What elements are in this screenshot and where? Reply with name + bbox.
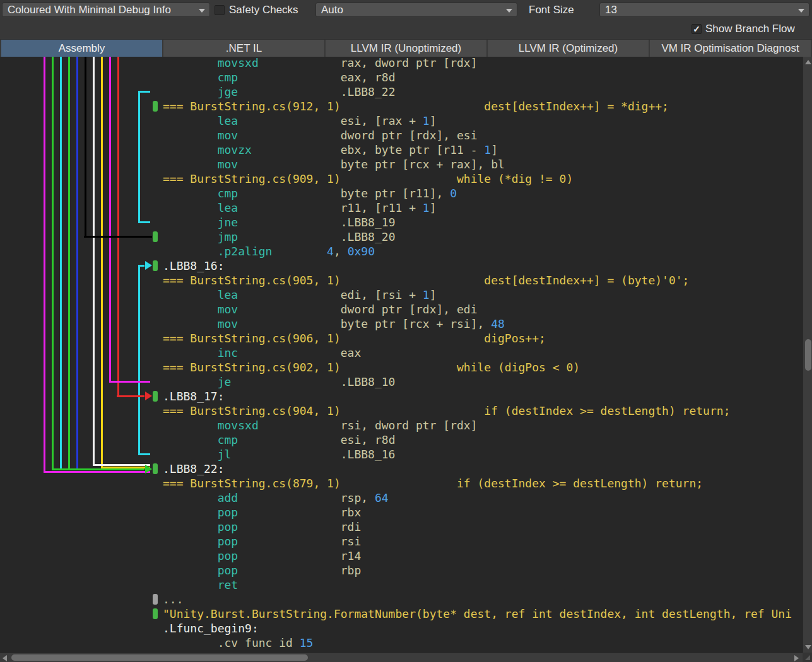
line-marker — [153, 101, 158, 112]
scroll-down-icon[interactable] — [805, 645, 811, 649]
vertical-scrollbar[interactable] — [803, 57, 812, 653]
font-size-label: Font Size — [529, 4, 574, 16]
scroll-up-icon[interactable] — [805, 60, 811, 64]
safety-checks-dropdown-value: Auto — [321, 4, 343, 16]
toolbar-row-2: Focus on Code Expand All ✓ Show Branch F… — [0, 20, 812, 39]
line-markers — [0, 57, 803, 653]
line-marker — [153, 231, 158, 242]
line-marker — [153, 391, 158, 402]
horizontal-scrollbar[interactable] — [0, 653, 803, 662]
font-size-dropdown-value: 13 — [605, 4, 617, 16]
safety-checks-checkbox[interactable] — [215, 5, 225, 15]
safety-checks-label: Safety Checks — [229, 4, 298, 16]
chevron-down-icon — [506, 9, 512, 13]
vertical-scroll-thumb[interactable] — [805, 339, 811, 371]
debug-info-dropdown[interactable]: Coloured With Minimal Debug Info — [2, 3, 210, 17]
tab-llvm-ir-unoptimized[interactable]: LLVM IR (Unoptimized) — [326, 40, 486, 57]
line-marker — [153, 594, 158, 605]
tab-llvm-ir-optimized[interactable]: LLVM IR (Optimized) — [488, 40, 649, 57]
show-branch-flow-label: Show Branch Flow — [705, 23, 795, 35]
burst-inspector-window: Coloured With Minimal Debug Info Safety … — [0, 0, 812, 662]
assembly-view[interactable]: movsxd rax, dword ptr [rdx] cmp eax, r8d… — [0, 57, 803, 653]
line-marker — [153, 463, 158, 474]
tab-vm-ir-optimisation-diagnost[interactable]: VM IR Optimisation Diagnost — [650, 40, 811, 57]
toolbar-row-1: Coloured With Minimal Debug Info Safety … — [0, 0, 812, 20]
resize-grip-icon — [805, 655, 810, 660]
chevron-down-icon — [798, 9, 804, 13]
font-size-dropdown[interactable]: 13 — [599, 3, 809, 17]
show-branch-flow-checkbox[interactable]: ✓ — [691, 24, 702, 34]
scrollbar-corner — [803, 653, 812, 662]
line-marker — [153, 608, 158, 619]
scroll-right-icon[interactable] — [794, 655, 799, 661]
debug-info-dropdown-value: Coloured With Minimal Debug Info — [8, 4, 171, 16]
scroll-left-icon[interactable] — [3, 655, 7, 661]
safety-checks-dropdown[interactable]: Auto — [315, 3, 517, 17]
checkmark-icon: ✓ — [693, 25, 700, 33]
tab-bar: Assembly.NET ILLLVM IR (Unoptimized)LLVM… — [0, 39, 812, 57]
chevron-down-icon — [199, 9, 205, 13]
line-marker — [153, 260, 158, 271]
tab-assembly[interactable]: Assembly — [1, 40, 162, 57]
horizontal-scroll-thumb[interactable] — [11, 654, 308, 661]
tab-net-il[interactable]: .NET IL — [163, 40, 324, 57]
